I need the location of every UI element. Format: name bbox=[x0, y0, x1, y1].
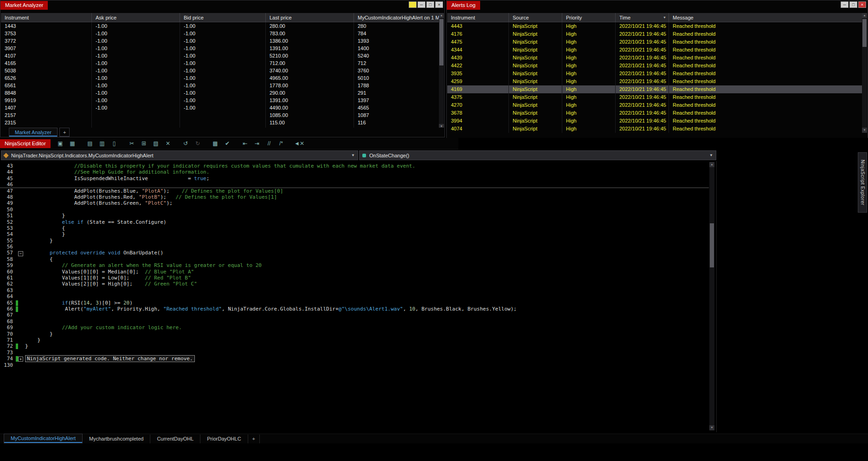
alerts-log-titlebar[interactable]: Alerts Log ─ □ × bbox=[447, 0, 868, 9]
code-line[interactable]: 48 AddPlot(Brushes.Red, "PlotB"); // Def… bbox=[0, 194, 709, 200]
new-file-icon[interactable]: ▯ bbox=[109, 139, 119, 148]
column-header[interactable]: Source bbox=[509, 13, 562, 22]
code-line[interactable]: 51 } bbox=[0, 213, 709, 219]
ninjascript-explorer-tab[interactable]: NinjaScript Explorer bbox=[858, 152, 867, 213]
ma-new-tab-button[interactable]: + bbox=[59, 128, 70, 137]
editor-tab-priordayohlc[interactable]: PriorDayOHLC bbox=[200, 435, 248, 443]
fold-expand-icon[interactable]: + bbox=[18, 357, 23, 362]
column-header[interactable]: Bid price bbox=[180, 13, 266, 22]
table-row[interactable]: 4169NinjaScriptHigh2022/10/21 19:46:45Re… bbox=[447, 85, 863, 93]
code-line[interactable]: 60 Values[0][0] = Median[0]; // Blue "Pl… bbox=[0, 269, 709, 275]
code-editor[interactable]: 43 //Disable this property if your indic… bbox=[0, 161, 717, 432]
chevron-down-icon[interactable]: ▼ bbox=[706, 153, 713, 157]
save-all-icon[interactable]: ▦ bbox=[68, 139, 77, 148]
table-row[interactable]: 5038-1.00-1.003740.003760 bbox=[1, 67, 440, 74]
editor-tab-mycustomindicatorhighalert[interactable]: MyCustomIndicatorHighAlert bbox=[4, 434, 83, 443]
editor-new-tab-button[interactable]: + bbox=[248, 435, 260, 443]
column-header[interactable]: Priority bbox=[562, 13, 616, 22]
code-line[interactable]: 46 bbox=[0, 182, 709, 188]
outdent-icon[interactable]: ⇤ bbox=[240, 139, 250, 148]
code-line[interactable]: 47 AddPlot(Brushes.Blue, "PlotA"); // De… bbox=[0, 188, 709, 194]
code-line[interactable]: 55 } bbox=[0, 238, 709, 244]
chevron-down-icon[interactable]: ▼ bbox=[347, 153, 355, 157]
scroll-thumb[interactable] bbox=[439, 19, 444, 65]
scroll-thumb[interactable] bbox=[710, 223, 714, 267]
scroll-up-icon[interactable]: ▲ bbox=[439, 13, 444, 18]
delete-icon[interactable]: ✕ bbox=[163, 139, 173, 148]
maximize-button[interactable]: □ bbox=[426, 1, 434, 8]
code-line[interactable]: 73 bbox=[0, 350, 709, 356]
indent-icon[interactable]: ⇥ bbox=[252, 139, 262, 148]
scroll-up-icon[interactable]: ▲ bbox=[709, 162, 714, 167]
column-header[interactable]: Time▼ bbox=[616, 13, 669, 22]
editor-tab-currentdayohl[interactable]: CurrentDayOHL bbox=[150, 435, 200, 443]
tab-market-analyzer[interactable]: Market Analyzer bbox=[9, 128, 58, 137]
code-line[interactable]: 54 } bbox=[0, 231, 709, 237]
table-row[interactable]: 3907-1.00-1.001391.001400 bbox=[1, 45, 440, 52]
code-line[interactable]: 74+NinjaScript generated code. Neither c… bbox=[0, 356, 709, 362]
table-row[interactable]: 3753-1.00-1.00783.00784 bbox=[1, 30, 440, 37]
column-header[interactable]: Ask price bbox=[92, 13, 180, 22]
method-dropdown[interactable]: OnStateChange() ▼ bbox=[359, 150, 716, 160]
code-line[interactable]: 64 bbox=[0, 293, 709, 299]
code-line[interactable]: 72} bbox=[0, 343, 709, 349]
scroll-down-icon[interactable]: ▼ bbox=[709, 425, 714, 430]
minimize-button[interactable]: ─ bbox=[841, 1, 849, 8]
minimize-button[interactable]: ─ bbox=[418, 1, 425, 8]
table-row[interactable]: 4475NinjaScriptHigh2022/10/21 19:46:45Re… bbox=[447, 38, 863, 46]
class-dropdown[interactable]: NinjaTrader.NinjaScript.Indicators.MyCus… bbox=[1, 150, 358, 160]
code-line[interactable]: 68 bbox=[0, 318, 709, 325]
table-row[interactable]: 3994NinjaScriptHigh2022/10/21 19:46:45Re… bbox=[447, 117, 863, 125]
table-row[interactable]: 21571085.001087 bbox=[1, 111, 440, 119]
code-line[interactable]: 50 bbox=[0, 207, 709, 213]
table-row[interactable]: 6561-1.00-1.001778.001788 bbox=[1, 82, 440, 89]
close-button[interactable]: × bbox=[858, 1, 866, 8]
cut-icon[interactable]: ✂ bbox=[127, 139, 136, 148]
code-line[interactable]: 56 bbox=[0, 244, 709, 250]
table-row[interactable]: 2315115.00116 bbox=[1, 119, 440, 126]
code-line[interactable]: 57− protected override void OnBarUpdate(… bbox=[0, 250, 709, 256]
table-row[interactable]: 4443NinjaScriptHigh2022/10/21 19:46:45Re… bbox=[447, 22, 863, 30]
print-preview-icon[interactable]: ▥ bbox=[97, 139, 107, 148]
table-row[interactable]: 3772-1.00-1.001386.001393 bbox=[1, 37, 440, 45]
fold-collapse-icon[interactable]: − bbox=[18, 251, 23, 256]
table-row[interactable]: 1407-1.00-1.004490.004565 bbox=[1, 104, 440, 111]
table-row[interactable]: 4439NinjaScriptHigh2022/10/21 19:46:45Re… bbox=[447, 54, 863, 62]
code-line[interactable]: 58 { bbox=[0, 256, 709, 262]
code-line[interactable]: 63 bbox=[0, 287, 709, 293]
table-row[interactable]: 4074NinjaScriptHigh2022/10/21 19:46:45Re… bbox=[447, 125, 863, 133]
column-header[interactable]: Last price bbox=[266, 13, 354, 22]
code-line[interactable]: 70 } bbox=[0, 331, 709, 337]
scroll-thumb[interactable] bbox=[862, 19, 867, 47]
code-line[interactable]: 67 bbox=[0, 312, 709, 318]
table-row[interactable]: 8848-1.00-1.00290.00291 bbox=[1, 89, 440, 97]
code-line[interactable]: 69 //Add your custom indicator logic her… bbox=[0, 325, 709, 331]
editor-titlebar[interactable]: NinjaScript Editor ▣▦▤▥▯✂⊞▧✕↺↻▩✔⇤⇥///*◄✕ bbox=[0, 138, 458, 149]
column-header[interactable]: Instrument bbox=[447, 13, 509, 22]
undo-icon[interactable]: ↺ bbox=[181, 139, 190, 148]
print-icon[interactable]: ▤ bbox=[85, 139, 95, 148]
code-line[interactable]: 59 // Generate an alert when the RSI val… bbox=[0, 262, 709, 268]
code-line[interactable]: 65 if(RSI(14, 3)[0] >= 20) bbox=[0, 300, 709, 306]
code-line[interactable]: 71 } bbox=[0, 337, 709, 343]
code-line[interactable]: 62 Values[2][0] = High[0]; // Green "Plo… bbox=[0, 281, 709, 287]
table-row[interactable]: 4165-1.00-1.00712.00712 bbox=[1, 59, 440, 67]
table-row[interactable]: 4375NinjaScriptHigh2022/10/21 19:46:45Re… bbox=[447, 93, 863, 101]
code-line[interactable]: 44 //See Help Guide for additional infor… bbox=[0, 169, 709, 175]
uncomment-icon[interactable]: /* bbox=[276, 139, 286, 148]
save-icon[interactable]: ▣ bbox=[56, 139, 65, 148]
code-line[interactable]: 43 //Disable this property if your indic… bbox=[0, 163, 709, 169]
close-button[interactable]: × bbox=[435, 1, 443, 8]
comment-icon[interactable]: // bbox=[264, 139, 274, 148]
paste-icon[interactable]: ▧ bbox=[151, 139, 161, 148]
redo-icon[interactable]: ↻ bbox=[193, 139, 202, 148]
column-header[interactable]: Instrument bbox=[1, 13, 92, 22]
code-line[interactable]: 49 AddPlot(Brushes.Green, "PlotC"); bbox=[0, 200, 709, 206]
analyze-icon[interactable]: ✔ bbox=[223, 139, 232, 148]
table-row[interactable]: 6526-1.00-1.004965.005010 bbox=[1, 74, 440, 82]
code-line[interactable]: 130 bbox=[0, 362, 709, 368]
table-row[interactable]: 3678NinjaScriptHigh2022/10/21 19:46:45Re… bbox=[447, 109, 863, 117]
copy-icon[interactable]: ⊞ bbox=[139, 139, 148, 148]
table-row[interactable]: 4107-1.00-1.005210.005240 bbox=[1, 52, 440, 59]
code-line[interactable]: 53 { bbox=[0, 225, 709, 231]
